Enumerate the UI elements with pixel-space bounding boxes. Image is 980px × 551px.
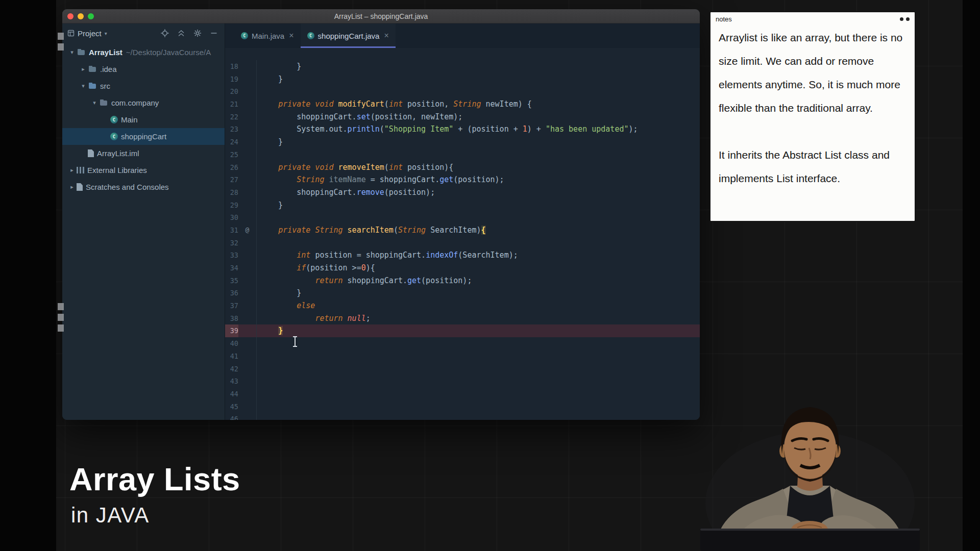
collapse-all-icon [177,29,185,37]
code-line-43[interactable]: 43 [225,375,700,388]
code-line-26[interactable]: 26 private void removeItem(int position)… [225,161,700,174]
code-line-24[interactable]: 24 } [225,136,700,148]
chevron-down-icon[interactable]: ▾ [90,99,99,106]
project-selector[interactable]: Project ▾ [67,29,107,38]
zoom-window-button[interactable] [88,13,94,19]
minimize-window-button[interactable] [78,13,84,19]
code-line-20[interactable]: 20 [225,85,700,98]
chevron-right-icon[interactable]: ▸ [67,184,77,190]
line-number: 26 [225,161,238,174]
gutter [238,148,256,161]
laptop-silhouette [700,529,920,551]
chevron-right-icon[interactable]: ▸ [67,167,77,173]
code-line-34[interactable]: 34 if(position >=0){ [225,262,700,274]
code-text: } [256,136,700,148]
tree-item-com-company[interactable]: ▾com.company [62,94,225,111]
gutter [238,249,256,262]
line-number: 20 [225,85,238,98]
tree-item-label: ArrayList [89,48,122,57]
chevron-down-icon[interactable]: ▾ [79,83,88,89]
line-number: 31 [225,224,238,237]
code-text [256,85,700,98]
code-line-28[interactable]: 28 shoppingCart.remove(position); [225,186,700,199]
code-line-30[interactable]: 30 [225,211,700,224]
gutter [238,350,256,363]
close-tab-icon[interactable]: × [289,32,293,40]
line-number: 36 [225,287,238,299]
gutter [238,274,256,287]
tree-item-label: .idea [100,65,117,73]
code-line-39[interactable]: 39 } [225,324,700,337]
close-window-button[interactable] [67,13,74,19]
settings-button[interactable] [192,28,203,39]
code-line-33[interactable]: 33 int position = shoppingCart.indexOf(S… [225,249,700,262]
tree-item-main[interactable]: CMain [62,111,225,128]
code-text: shoppingCart.set(position, newItem); [256,111,700,123]
file-icon [88,149,94,157]
line-number: 30 [225,211,238,224]
tree-item-label: shoppingCart [121,132,166,141]
code-line-18[interactable]: 18 } [225,60,700,73]
tree-item-arraylist-iml[interactable]: ArrayList.iml [62,145,225,162]
edge-artifact [58,314,64,321]
project-label: Project [78,29,102,38]
code-text: private String searchItem(String SearchI… [256,224,700,237]
tree-item-src[interactable]: ▾src [62,78,225,94]
code-line-29[interactable]: 29 } [225,199,700,212]
code-line-35[interactable]: 35 return shoppingCart.get(position); [225,274,700,287]
tree-item-label: Scratches and Consoles [86,183,169,191]
tree-item-label: Main [121,115,138,124]
code-line-21[interactable]: 21 private void modifyCart(int position,… [225,98,700,111]
code-line-36[interactable]: 36 } [225,287,700,299]
line-number: 35 [225,274,238,287]
project-panel: Project ▾ [62,23,225,420]
close-tab-icon[interactable]: × [384,32,388,40]
code-text: private void modifyCart(int position, St… [256,98,700,111]
collapse-all-button[interactable] [176,28,187,39]
code-text [256,211,700,224]
gutter [238,111,256,123]
gutter [238,312,256,325]
code-line-40[interactable]: 40 [225,337,700,350]
code-text [256,237,700,249]
chevron-down-icon[interactable]: ▾ [67,49,77,56]
project-tree: ▾ArrayList~/Desktop/JavaCourse/A▸.idea▾s… [62,43,225,420]
tree-item-shoppingcart[interactable]: CshoppingCart [62,128,225,145]
code-line-23[interactable]: 23 System.out.println("Shopping Item" + … [225,123,700,136]
code-line-25[interactable]: 25 [225,148,700,161]
tree-item-arraylist[interactable]: ▾ArrayList~/Desktop/JavaCourse/A [62,44,225,61]
gutter [238,98,256,111]
code-line-19[interactable]: 19 } [225,73,700,86]
code-line-45[interactable]: 45 [225,400,700,413]
code-line-37[interactable]: 37 else [225,299,700,312]
code-line-32[interactable]: 32 [225,237,700,249]
code-text: return shoppingCart.get(position); [256,274,700,287]
class-icon: C [110,133,118,140]
locate-file-button[interactable] [159,28,170,39]
edge-artifact [58,324,64,332]
notes-paragraph: It inherits the Abstract List class and … [719,143,906,190]
notes-title: notes [716,15,732,23]
code-line-41[interactable]: 41 [225,350,700,363]
code-line-38[interactable]: 38 return null; [225,312,700,325]
code-line-31[interactable]: 31@ private String searchItem(String Sea… [225,224,700,237]
code-line-27[interactable]: 27 String itemName = shoppingCart.get(po… [225,173,700,186]
tree-item-scratches-and-consoles[interactable]: ▸Scratches and Consoles [62,179,225,195]
code-line-46[interactable]: 46 [225,413,700,420]
code-text: } [256,199,700,212]
chevron-right-icon[interactable]: ▸ [79,66,88,72]
code-line-42[interactable]: 42 [225,363,700,375]
tree-item-idea[interactable]: ▸.idea [62,61,225,78]
notes-dot-button[interactable] [900,17,903,21]
video-title: Array Lists [69,461,240,497]
folder-icon [88,65,97,73]
editor-tab-shoppingcart-java[interactable]: CshoppingCart.java× [301,23,396,48]
code-line-22[interactable]: 22 shoppingCart.set(position, newItem); [225,111,700,123]
code-line-44[interactable]: 44 [225,388,700,400]
editor-tab-main-java[interactable]: CMain.java× [234,23,301,48]
hide-panel-button[interactable] [208,28,219,39]
line-number: 24 [225,136,238,148]
gutter [238,287,256,299]
notes-dot-button[interactable] [906,17,910,21]
tree-item-external-libraries[interactable]: ▸External Libraries [62,162,225,179]
